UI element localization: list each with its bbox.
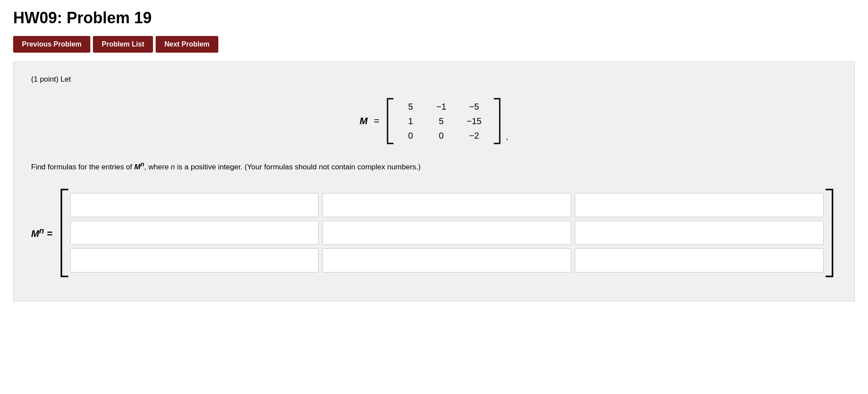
- prev-problem-button[interactable]: Previous Problem: [13, 36, 90, 53]
- answer-input-21[interactable]: [322, 248, 571, 272]
- matrix-bracket-left-icon: [383, 97, 395, 145]
- answer-input-12[interactable]: [575, 221, 824, 245]
- matrix-cell-22: −2: [457, 130, 492, 142]
- page-title: HW09: Problem 19: [13, 9, 855, 27]
- answer-bracket-right-icon: [824, 187, 837, 279]
- nav-buttons: Previous Problem Problem List Next Probl…: [13, 36, 855, 53]
- matrix-cell-00: 5: [395, 101, 426, 113]
- answer-grid: [70, 193, 824, 272]
- matrix-cell-12: −15: [457, 115, 492, 127]
- answer-variable-label: Mn =: [31, 226, 53, 240]
- matrix-cell-01: −1: [426, 101, 457, 113]
- matrix-cell-02: −5: [457, 101, 492, 113]
- answer-section: Mn =: [31, 187, 837, 279]
- answer-bracket-left-icon: [57, 187, 70, 279]
- period: .: [506, 131, 509, 145]
- problem-header: (1 point) Let: [31, 75, 837, 84]
- matrix-grid: 5 −1 −5 1 5 −15 0 0 −2: [395, 101, 492, 142]
- matrix-display: M = 5 −1 −5 1 5 −15 0 0 −2 .: [31, 97, 837, 145]
- problem-description: Find formulas for the entries of Mn, whe…: [31, 161, 837, 172]
- problem-container: (1 point) Let M = 5 −1 −5 1 5 −15 0 0 −2…: [13, 61, 855, 301]
- matrix-cell-21: 0: [426, 130, 457, 142]
- problem-list-button[interactable]: Problem List: [93, 36, 153, 53]
- answer-input-02[interactable]: [575, 193, 824, 217]
- answer-input-11[interactable]: [322, 221, 571, 245]
- next-problem-button[interactable]: Next Problem: [156, 36, 218, 53]
- matrix-cell-20: 0: [395, 130, 426, 142]
- answer-input-10[interactable]: [70, 221, 319, 245]
- answer-input-22[interactable]: [575, 248, 824, 272]
- matrix-bracket-right-icon: [492, 97, 504, 145]
- matrix-cell-10: 1: [395, 115, 426, 127]
- matrix-variable-label: M: [359, 115, 367, 127]
- answer-input-20[interactable]: [70, 248, 319, 272]
- answer-input-00[interactable]: [70, 193, 319, 217]
- matrix-cell-11: 5: [426, 115, 457, 127]
- answer-input-01[interactable]: [322, 193, 571, 217]
- matrix-equals: =: [374, 115, 380, 127]
